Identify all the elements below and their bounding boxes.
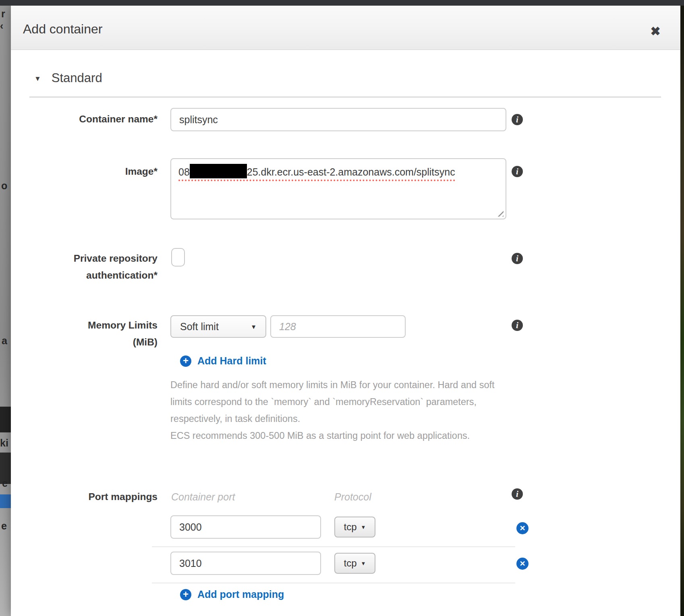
textarea-resize-handle[interactable] — [496, 209, 504, 217]
plus-circle-icon: + — [180, 589, 191, 600]
background-fragment: e — [2, 478, 8, 489]
add-port-mapping-button[interactable]: + Add port mapping — [180, 589, 284, 600]
container-port-input[interactable] — [170, 552, 321, 575]
add-port-mapping-label: Add port mapping — [197, 589, 284, 600]
protocol-select[interactable]: tcp ▼ — [334, 517, 375, 537]
add-hard-limit-label: Add Hard limit — [197, 355, 266, 367]
background-fragment: ‹ — [0, 20, 3, 32]
add-hard-limit-button[interactable]: + Add Hard limit — [180, 355, 266, 367]
memory-limit-type-value: Soft limit — [180, 321, 219, 333]
background-page-sliver: r ‹ o a ki e e — [0, 0, 11, 616]
container-port-column-header: Container port — [171, 491, 235, 503]
remove-port-mapping-icon[interactable]: ✕ — [516, 522, 529, 534]
chevron-down-icon: ▼ — [361, 524, 366, 530]
help-line: limits correspond to the `memory` and `m… — [170, 393, 495, 410]
memory-limit-type-select[interactable]: Soft limit ▼ — [170, 315, 266, 338]
help-line: respectively, in task definitions. — [170, 410, 495, 427]
chevron-down-icon: ▼ — [361, 560, 366, 566]
image-value: 0825.dkr.ecr.us-east-2.amazonaws.com/spl… — [178, 166, 455, 181]
private-repo-label-line1: Private repository — [11, 253, 158, 264]
browser-top-bar — [0, 0, 684, 6]
image-label: Image* — [11, 166, 158, 177]
section-divider — [29, 97, 661, 97]
plus-circle-icon: + — [180, 356, 191, 367]
background-fragment: o — [1, 180, 7, 192]
image-textarea[interactable]: 0825.dkr.ecr.us-east-2.amazonaws.com/spl… — [170, 158, 506, 219]
help-line: Define hard and/or soft memory limits in… — [170, 376, 495, 393]
image-value-suffix: 25.dkr.ecr.us-east-2.amazonaws.com/split… — [247, 166, 455, 178]
private-repo-label-line2: authentication* — [11, 270, 158, 281]
private-repo-checkbox[interactable] — [171, 248, 185, 267]
port-row-divider — [152, 583, 515, 583]
section-standard-toggle[interactable]: ▼ Standard — [34, 71, 102, 85]
background-image-fragment — [0, 407, 11, 432]
protocol-value: tcp — [344, 558, 357, 569]
chevron-down-icon: ▼ — [251, 323, 257, 330]
close-icon[interactable]: ✖ — [647, 23, 664, 40]
caret-down-icon: ▼ — [34, 75, 41, 83]
redaction-box — [190, 164, 247, 178]
modal-header: Add container ✖ — [11, 6, 680, 50]
memory-limit-value-input[interactable] — [270, 315, 406, 338]
container-name-input[interactable] — [170, 108, 506, 131]
background-fragment: e — [1, 520, 7, 532]
protocol-column-header: Protocol — [334, 491, 371, 503]
info-icon[interactable]: i — [512, 320, 523, 331]
memory-limits-label-line1: Memory Limits — [11, 320, 158, 331]
help-line: ECS recommends 300-500 MiB as a starting… — [170, 427, 495, 444]
add-container-modal: Add container ✖ ▼ Standard Container nam… — [11, 6, 680, 616]
info-icon[interactable]: i — [512, 488, 523, 500]
info-icon[interactable]: i — [512, 253, 523, 264]
background-fragment: r — [1, 8, 5, 20]
container-name-label: Container name* — [11, 114, 158, 125]
memory-help-text: Define hard and/or soft memory limits in… — [170, 376, 495, 444]
container-port-input[interactable] — [170, 515, 321, 539]
port-row-divider — [152, 546, 515, 547]
image-value-prefix: 08 — [178, 166, 190, 178]
memory-limits-label-line2: (MiB) — [11, 337, 158, 348]
protocol-value: tcp — [344, 521, 357, 533]
background-button-fragment — [0, 494, 11, 508]
modal-title: Add container — [23, 22, 102, 37]
background-fragment: a — [2, 335, 7, 347]
background-fragment: ki — [0, 437, 8, 449]
section-label: Standard — [52, 71, 102, 85]
port-mappings-label: Port mappings — [11, 491, 158, 502]
background-wallpaper-strip — [680, 0, 684, 616]
protocol-select[interactable]: tcp ▼ — [334, 553, 375, 574]
info-icon[interactable]: i — [512, 166, 523, 177]
info-icon[interactable]: i — [512, 114, 523, 125]
remove-port-mapping-icon[interactable]: ✕ — [516, 558, 529, 570]
